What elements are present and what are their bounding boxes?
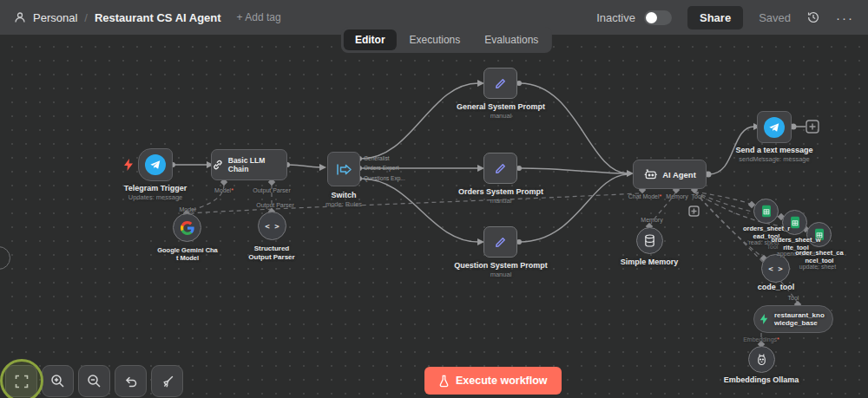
node-label: Switch (331, 191, 356, 199)
save-status: Saved (759, 11, 791, 24)
broom-icon (161, 375, 174, 388)
trigger-zap-icon (123, 159, 134, 171)
workflow-canvas[interactable] (0, 35, 868, 398)
undo-icon (124, 375, 138, 388)
line-label-output-parser: Output Parser (256, 202, 294, 208)
undo-button[interactable] (115, 365, 147, 397)
execute-workflow-label: Execute workflow (456, 375, 548, 387)
port-label-memory: Memory (666, 193, 687, 199)
active-state-label: Inactive (596, 11, 635, 24)
history-icon[interactable] (806, 10, 820, 24)
more-menu-icon[interactable]: ··· (836, 10, 854, 25)
vector-store-zap-icon (759, 313, 769, 325)
node-code-tool[interactable]: < > (761, 254, 790, 283)
node-subtitle: manual (490, 197, 512, 205)
node-label: restaurant_knowledge_base (774, 311, 828, 327)
zoom-out-icon (87, 374, 102, 388)
node-subtitle: manual (490, 112, 512, 120)
node-orders-sheet-read-tool[interactable] (753, 199, 779, 224)
switch-output-questions: Questions Exp... (364, 175, 405, 181)
node-restaurant-knowledge-base[interactable]: restaurant_knowledge_base (753, 305, 833, 333)
tidy-up-button[interactable] (151, 365, 183, 397)
node-google-gemini-chat-model[interactable] (173, 213, 201, 242)
node-label: order_sheet_cancel_tool (794, 249, 845, 264)
fit-view-icon (15, 375, 29, 388)
view-tabs: Editor Executions Evaluations (341, 27, 552, 53)
node-label: Basic LLM Chain (228, 156, 286, 173)
port-label-model: Model* (214, 187, 233, 193)
switch-icon (335, 163, 352, 176)
node-embeddings-ollama[interactable] (748, 346, 775, 373)
port-label-chat-model: Chat Model* (628, 193, 662, 199)
node-label: Google Gemini Chat Model (157, 246, 218, 262)
telegram-icon (764, 117, 785, 138)
chain-icon (212, 159, 224, 171)
robot-icon (643, 168, 658, 180)
code-icon: < > (768, 264, 782, 273)
node-question-system-prompt[interactable] (483, 226, 517, 258)
port-label-embeddings: Embeddings* (743, 336, 779, 343)
node-general-system-prompt[interactable] (483, 68, 517, 99)
node-structured-output-parser[interactable]: < > (258, 212, 286, 240)
zoom-in-icon (50, 374, 65, 388)
node-label: Question System Prompt (454, 261, 548, 270)
node-simple-memory[interactable] (636, 227, 663, 254)
node-subtitle: sendMessage: message (739, 155, 809, 163)
node-subtitle: update: sheet (799, 264, 836, 270)
node-label: code_tool (758, 283, 795, 291)
toggle-knob (646, 12, 657, 23)
pencil-icon (494, 236, 507, 249)
breadcrumb: Personal / Restaurant CS AI Agent (14, 11, 221, 24)
zoom-in-button[interactable] (42, 365, 74, 397)
execute-workflow-button[interactable]: Execute workflow (424, 367, 562, 395)
n8n-workflow-editor: Telegram Trigger Updates: message Basic … (0, 0, 868, 398)
node-label: Orders System Prompt (458, 187, 543, 196)
breadcrumb-separator: / (84, 11, 88, 24)
brackets-icon: < > (265, 222, 279, 231)
person-icon (14, 11, 26, 23)
breadcrumb-project[interactable]: Personal (33, 11, 77, 24)
llama-icon (756, 353, 767, 366)
node-subtitle: mode: Rules (326, 200, 362, 208)
pencil-icon (494, 77, 507, 90)
port-label-tool: Tool (692, 193, 703, 199)
switch-output-generalist: Generalist (364, 155, 390, 161)
add-tag-button[interactable]: + Add tag (237, 11, 281, 23)
node-subtitle: Updates: message (128, 193, 183, 201)
pencil-icon (494, 162, 507, 175)
node-label: Structured Output Parser (245, 245, 299, 261)
node-label: Telegram Trigger (124, 184, 187, 192)
node-ai-agent[interactable]: AI Agent (633, 160, 707, 189)
database-icon (644, 234, 655, 247)
line-label-tool: Tool (788, 295, 799, 301)
flask-icon (438, 375, 450, 388)
google-g-icon (181, 221, 194, 235)
node-label: General System Prompt (457, 102, 545, 111)
node-label: Simple Memory (621, 258, 679, 266)
telegram-icon (145, 154, 166, 175)
tab-editor[interactable]: Editor (344, 29, 397, 50)
tab-evaluations[interactable]: Evaluations (473, 29, 549, 50)
switch-output-orders: Orders Expert (364, 165, 398, 171)
node-send-text-message[interactable] (757, 111, 792, 143)
google-sheets-icon (761, 205, 772, 218)
tab-executions[interactable]: Executions (398, 29, 472, 50)
line-label-model: Model (179, 206, 195, 212)
node-label: Send a text message (735, 146, 812, 154)
node-orders-system-prompt[interactable] (483, 153, 517, 184)
node-basic-llm-chain[interactable]: Basic LLM Chain (211, 149, 287, 180)
zoom-out-button[interactable] (78, 365, 110, 397)
zoom-to-fit-button[interactable] (5, 365, 37, 397)
node-switch[interactable] (327, 152, 360, 186)
workflow-title[interactable]: Restaurant CS AI Agent (95, 11, 221, 24)
node-telegram-trigger[interactable] (138, 148, 173, 181)
node-label: AI Agent (662, 170, 696, 179)
active-toggle[interactable] (644, 10, 672, 25)
line-label-memory: Memory (641, 217, 662, 223)
node-label: Embeddings Ollama (724, 375, 799, 384)
node-subtitle: manual (490, 271, 512, 278)
share-button[interactable]: Share (687, 6, 743, 29)
port-label-output-parser: Output Parser (253, 187, 291, 193)
